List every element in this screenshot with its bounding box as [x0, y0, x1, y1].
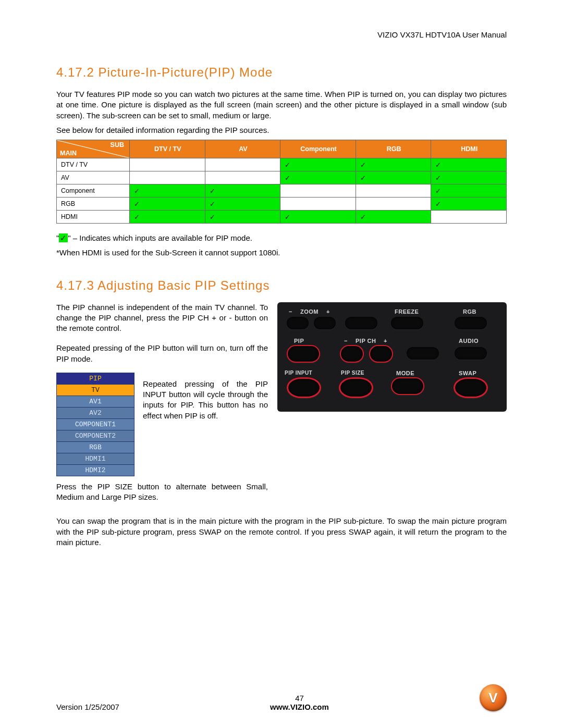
table-row: DTV / TV✓✓✓ — [57, 158, 507, 171]
table-cell: ✓ — [431, 158, 507, 171]
table-cell: ✓ — [280, 171, 356, 184]
pip-menu-item: COMPONENT2 — [57, 430, 134, 441]
pip-menu-item: AV2 — [57, 407, 134, 418]
vizio-logo-icon: V — [480, 684, 507, 711]
table-cell: ✓ — [205, 211, 280, 224]
check-icon: ✓ — [59, 233, 68, 242]
row-label: AV — [57, 171, 130, 184]
pip-input-menu: PIP TV AV1 AV2 COMPONENT1 COMPONENT2 RGB… — [56, 373, 134, 476]
pip-menu-item: COMPONENT1 — [57, 418, 134, 430]
section-heading-adjusting-pip: 4.17.3 Adjusting Basic PIP Settings — [56, 278, 507, 293]
table-cell: ✓ — [280, 158, 356, 171]
pip-label: PIP — [294, 338, 304, 344]
swap-label: SWAP — [459, 370, 476, 376]
col-hdmi: HDMI — [431, 140, 507, 158]
mode-label: MODE — [396, 370, 414, 376]
pip-size-button[interactable] — [339, 377, 373, 398]
pip-menu-title: PIP — [57, 373, 134, 384]
table-row: HDMI✓✓✓✓ — [57, 211, 507, 224]
pip-button-paragraph: Repeated pressing of the PIP button will… — [56, 343, 268, 364]
table-cell — [205, 158, 280, 171]
row-label: HDMI — [57, 211, 130, 224]
remote-control-image: − ZOOM + FREEZE RGB PIP − PIP CH + AUDIO — [277, 302, 507, 412]
table-cell: ✓ — [130, 211, 205, 224]
col-dtv: DTV / TV — [130, 140, 205, 158]
pip-button[interactable] — [287, 345, 320, 363]
rgb-button[interactable] — [455, 317, 487, 329]
pip-source-table: SUB MAIN DTV / TV AV Component RGB HDMI … — [56, 140, 507, 224]
pipch-label: PIP CH — [356, 338, 376, 344]
table-cell: ✓ — [130, 184, 205, 198]
pip-hdmi-note: *When HDMI is used for the Sub-Screen it… — [56, 248, 507, 258]
table-header-row: SUB MAIN DTV / TV AV Component RGB HDMI — [57, 140, 507, 158]
row-label: DTV / TV — [57, 158, 130, 171]
section-heading-pip-mode: 4.17.2 Picture-In-Picture(PIP) Mode — [56, 65, 507, 80]
mode-button[interactable] — [391, 377, 424, 395]
table-row: Component✓✓✓ — [57, 184, 507, 198]
swap-button[interactable] — [454, 377, 488, 398]
table-cell: ✓ — [356, 171, 431, 184]
table-cell: ✓ — [356, 158, 431, 171]
rgb-label: RGB — [463, 309, 476, 315]
col-component: Component — [280, 140, 356, 158]
zoom-label: ZOOM — [300, 309, 319, 315]
pipch-minus-label: − — [344, 338, 348, 344]
freeze-button[interactable] — [391, 317, 423, 329]
zoom-minus-button[interactable] — [287, 317, 309, 329]
table-cell — [205, 171, 280, 184]
pip-channel-paragraph: The PIP channel is independent of the ma… — [56, 302, 268, 334]
table-row: AV✓✓✓ — [57, 171, 507, 184]
document-header: VIZIO VX37L HDTV10A User Manual — [56, 30, 507, 39]
footer-version: Version 1/25/2007 — [56, 702, 119, 711]
pip-swap-paragraph: You can swap the program that is in the … — [56, 516, 507, 548]
pipch-plus-label: + — [384, 338, 387, 344]
col-av: AV — [205, 140, 280, 158]
audio-button[interactable] — [455, 347, 487, 360]
table-header-diag: SUB MAIN — [57, 140, 130, 158]
pipch-minus-button[interactable] — [340, 345, 364, 363]
table-cell — [431, 211, 507, 224]
pip-mode-see-below: See below for detailed information regar… — [56, 125, 507, 135]
page-footer: Version 1/25/2007 47 www.VIZIO.com V — [56, 684, 507, 711]
table-cell — [130, 171, 205, 184]
pip-input-paragraph: Repeated pressing of the PIP INPUT butto… — [143, 379, 268, 421]
footer-website: www.VIZIO.com — [119, 702, 480, 711]
footer-page-number: 47 — [119, 694, 480, 702]
pip-menu-item-selected: TV — [57, 384, 134, 396]
pip-size-label: PIP SIZE — [341, 370, 364, 376]
blank-button[interactable] — [407, 347, 439, 360]
table-cell — [280, 198, 356, 211]
table-header-sub: SUB — [111, 141, 124, 149]
freeze-label: FREEZE — [395, 309, 419, 315]
table-cell — [356, 198, 431, 211]
pip-mode-description: Your TV features PIP mode so you can wat… — [56, 89, 507, 121]
pip-menu-item: AV1 — [57, 396, 134, 407]
pip-menu-item: RGB — [57, 441, 134, 453]
zoom-minus-label: − — [289, 309, 292, 315]
table-cell — [130, 158, 205, 171]
table-cell — [280, 184, 356, 198]
pip-input-label: PIP INPUT — [285, 370, 312, 376]
pip-legend: "✓" – Indicates which inputs are availab… — [56, 233, 507, 243]
row-label: RGB — [57, 198, 130, 211]
audio-label: AUDIO — [459, 338, 479, 344]
zoom-plus-label: + — [326, 309, 330, 315]
table-header-main: MAIN — [60, 150, 77, 157]
table-cell: ✓ — [356, 211, 431, 224]
table-cell: ✓ — [431, 171, 507, 184]
pip-input-button[interactable] — [287, 377, 321, 398]
zoom-plus-button[interactable] — [314, 317, 336, 329]
pip-menu-item: HDMI1 — [57, 453, 134, 464]
col-rgb: RGB — [356, 140, 431, 158]
blank-button[interactable] — [345, 317, 377, 329]
table-row: RGB✓✓✓ — [57, 198, 507, 211]
table-cell: ✓ — [431, 198, 507, 211]
table-cell — [356, 184, 431, 198]
row-label: Component — [57, 184, 130, 198]
table-cell: ✓ — [280, 211, 356, 224]
table-cell: ✓ — [130, 198, 205, 211]
table-cell: ✓ — [205, 184, 280, 198]
pipch-plus-button[interactable] — [369, 345, 393, 363]
pip-size-paragraph: Press the PIP SIZE button to alternate b… — [56, 482, 268, 503]
table-cell: ✓ — [431, 184, 507, 198]
